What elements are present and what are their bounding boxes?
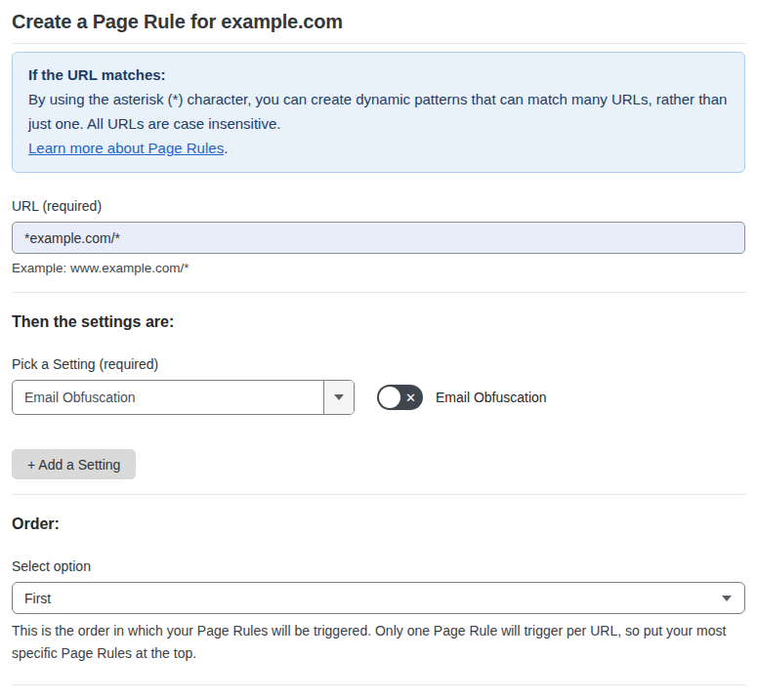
toggle-x-icon: ✕	[405, 391, 416, 404]
toggle-label: Email Obfuscation	[436, 390, 547, 405]
caret-down-icon	[334, 394, 344, 400]
divider	[12, 494, 745, 495]
settings-heading: Then the settings are:	[12, 313, 745, 331]
url-label: URL (required)	[12, 198, 745, 214]
caret-down-icon	[722, 596, 732, 601]
divider	[12, 43, 745, 44]
order-select-value: First	[24, 591, 51, 606]
page-rule-form: Create a Page Rule for example.com If th…	[0, 0, 757, 700]
select-option-label: Select option	[12, 558, 745, 574]
add-setting-button[interactable]: + Add a Setting	[12, 449, 136, 479]
url-example-helper: Example: www.example.com/*	[12, 261, 745, 275]
order-heading: Order:	[12, 515, 745, 533]
url-input[interactable]	[12, 222, 745, 254]
divider	[12, 292, 745, 293]
link-suffix: .	[224, 140, 228, 156]
toggle-knob	[379, 387, 400, 408]
email-obfuscation-toggle[interactable]: ✕	[377, 385, 423, 410]
divider	[12, 684, 745, 685]
info-box-link-row: Learn more about Page Rules.	[28, 136, 729, 160]
setting-dropdown[interactable]: Email Obfuscation	[12, 380, 355, 415]
info-box-heading: If the URL matches:	[28, 62, 729, 87]
page-title: Create a Page Rule for example.com	[12, 0, 745, 43]
url-match-info-box: If the URL matches: By using the asteris…	[12, 52, 745, 173]
info-box-body: By using the asterisk (*) character, you…	[28, 87, 729, 136]
dropdown-caret-button[interactable]	[323, 381, 354, 414]
learn-more-link[interactable]: Learn more about Page Rules	[28, 140, 224, 156]
pick-setting-label: Pick a Setting (required)	[12, 356, 745, 372]
setting-dropdown-value: Email Obfuscation	[13, 381, 323, 414]
toggle-group: ✕ Email Obfuscation	[377, 385, 547, 410]
order-select[interactable]: First	[12, 582, 745, 614]
order-helper-text: This is the order in which your Page Rul…	[12, 620, 745, 665]
setting-row: Email Obfuscation ✕ Email Obfuscation	[12, 380, 745, 415]
